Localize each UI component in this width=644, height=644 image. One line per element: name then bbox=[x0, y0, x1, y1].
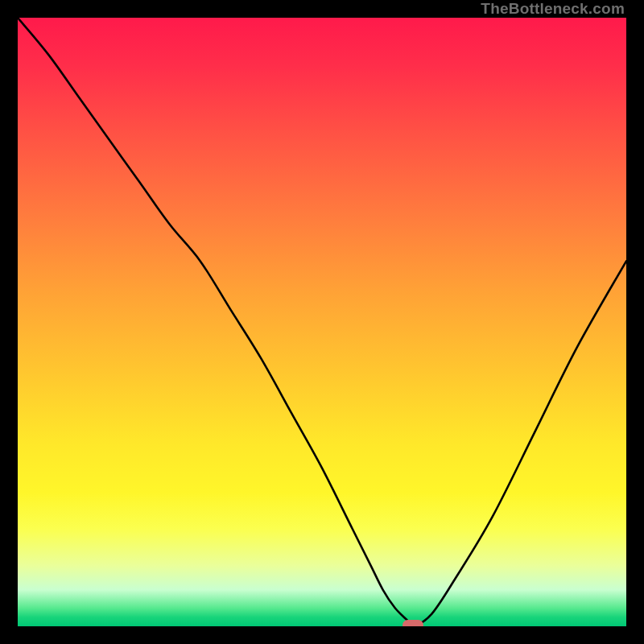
bottleneck-curve bbox=[18, 18, 626, 626]
minimum-marker bbox=[402, 620, 423, 626]
plot-area bbox=[18, 18, 626, 626]
watermark-text: TheBottleneck.com bbox=[481, 0, 625, 18]
chart-frame: TheBottleneck.com bbox=[0, 0, 644, 644]
